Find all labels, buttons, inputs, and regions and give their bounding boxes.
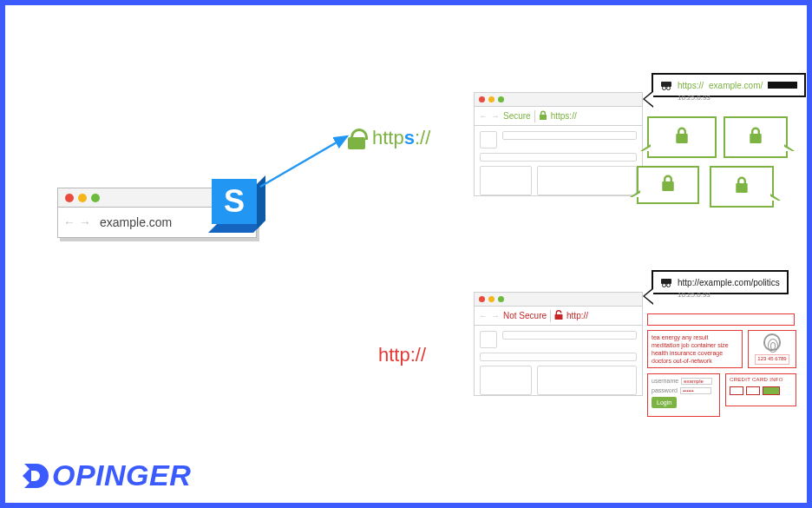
- https-label-prefix: http: [372, 127, 404, 148]
- observer-icon: [660, 79, 672, 91]
- minimize-dot-icon: [488, 96, 494, 102]
- url-text: example.com: [100, 215, 172, 229]
- minimize-dot-icon: [78, 194, 87, 202]
- observer-tooltip-insecure: http://example.com/politics 10.25.0.93: [652, 270, 789, 294]
- encrypted-bubble: [647, 116, 717, 158]
- maximize-dot-icon: [498, 296, 504, 302]
- svg-point-2: [663, 87, 666, 90]
- address-bar: ← → Not Secure http://: [475, 307, 642, 326]
- svg-line-0: [260, 136, 347, 187]
- redacted-path-icon: [768, 82, 797, 89]
- protocol-text: https://: [551, 111, 577, 121]
- insecure-browser: ← → Not Secure http://: [474, 292, 643, 396]
- https-label-s: s: [404, 127, 415, 148]
- leaked-credit-card: CREDIT CARD INFO: [725, 373, 796, 406]
- https-label-suffix: ://: [415, 127, 430, 148]
- leaked-fingerprint: 123 45 6789: [748, 330, 796, 368]
- svg-rect-1: [661, 82, 671, 87]
- http-label: http://: [378, 344, 426, 366]
- lock-icon: [348, 129, 365, 148]
- s-cube-icon: S: [212, 179, 264, 231]
- encrypted-bubble: [637, 166, 699, 204]
- nav-back-icon: ←: [479, 111, 488, 121]
- page-body-placeholder: [475, 126, 642, 195]
- window-titlebar: [475, 93, 642, 107]
- lock-icon: [748, 127, 763, 148]
- tooltip-ip: 10.25.0.93: [678, 94, 710, 102]
- unlock-warning-icon: [554, 310, 563, 322]
- nav-forward-icon: →: [491, 111, 500, 121]
- tooltip-url-prefix: https://: [678, 81, 704, 90]
- svg-point-6: [667, 284, 671, 287]
- lock-icon: [539, 110, 547, 122]
- secure-browser: ← → Secure https://: [474, 92, 643, 196]
- https-label: https://: [348, 127, 430, 149]
- security-status: Secure: [503, 111, 531, 121]
- close-dot-icon: [479, 296, 485, 302]
- nav-forward-icon: →: [79, 215, 91, 229]
- encrypted-bubble: [724, 116, 788, 158]
- dopinger-logo: OPINGER: [19, 459, 191, 492]
- logo-mark-icon: [19, 460, 50, 492]
- encrypted-bubble: [710, 166, 774, 208]
- lock-icon: [674, 127, 690, 148]
- tooltip-url: http://example.com/politics: [678, 278, 780, 287]
- svg-rect-4: [661, 279, 671, 284]
- https-vs-http-diagram: ← → example.com S https:// http://: [5, 5, 807, 503]
- observer-icon: [660, 276, 672, 288]
- tooltip-ip: 10.25.0.93: [678, 291, 710, 299]
- nav-back-icon: ←: [479, 311, 488, 320]
- observer-tooltip-secure: https://example.com/ 10.25.0.93: [652, 73, 806, 97]
- window-titlebar: [475, 293, 642, 307]
- close-dot-icon: [65, 194, 74, 202]
- page-body-placeholder: [475, 326, 642, 395]
- minimize-dot-icon: [488, 296, 494, 302]
- leaked-search-terms: tea energy any result meditation job con…: [647, 330, 743, 368]
- arrow-to-https-icon: [257, 129, 361, 190]
- svg-point-5: [663, 284, 666, 287]
- leaked-url-box: [647, 313, 795, 326]
- maximize-dot-icon: [498, 96, 504, 102]
- nav-back-icon: ←: [63, 215, 75, 229]
- close-dot-icon: [479, 96, 485, 102]
- leaked-login-form: usernameexample password•••••• Login: [647, 373, 720, 417]
- protocol-text: http://: [566, 311, 588, 320]
- lock-icon: [734, 176, 750, 197]
- login-button: Login: [652, 397, 677, 408]
- maximize-dot-icon: [91, 194, 100, 202]
- address-bar: ← → Secure https://: [475, 107, 642, 126]
- lock-icon: [660, 175, 676, 195]
- nav-forward-icon: →: [491, 311, 500, 320]
- svg-point-3: [667, 87, 671, 90]
- tooltip-url-host: example.com/: [709, 81, 763, 90]
- security-status: Not Secure: [503, 311, 547, 320]
- logo-text: OPINGER: [52, 459, 191, 492]
- fingerprint-icon: [763, 333, 781, 351]
